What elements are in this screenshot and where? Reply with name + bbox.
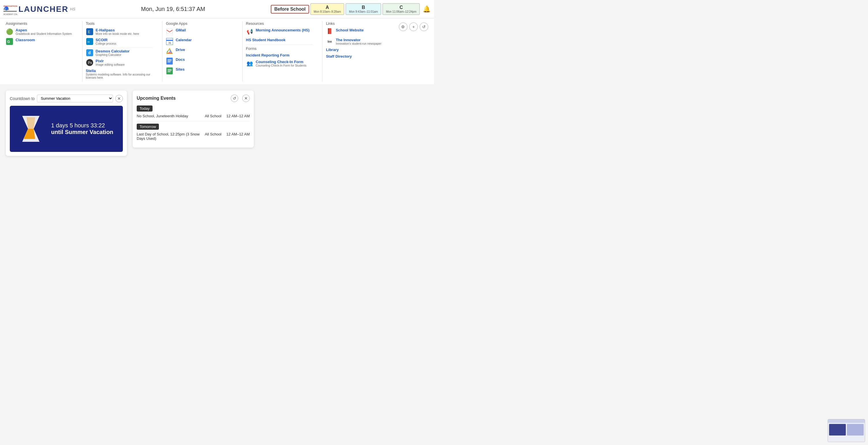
- drive-title: Drive: [176, 47, 185, 52]
- staff-directory-link[interactable]: Staff Directory: [326, 54, 393, 59]
- aspen-sub: Gradebook and Student Information System: [16, 32, 72, 35]
- sites-link[interactable]: Sites: [166, 67, 233, 75]
- countdown-dropdown[interactable]: Summer Vacation: [37, 95, 113, 102]
- pixlr-text: Pixlr Image editing software: [96, 59, 125, 66]
- svg-rect-28: [167, 61, 172, 61]
- bell-icon: 🔔: [423, 5, 431, 13]
- drive-icon: [166, 47, 173, 55]
- calendar-link[interactable]: 31 Calendar: [166, 38, 233, 45]
- aspen-icon: 🟢: [6, 28, 13, 35]
- today-event-1: No School, Juneteenth Holiday All School…: [137, 114, 250, 118]
- period-tab-a[interactable]: A Mon 8:10am–9:28am: [310, 3, 345, 15]
- stella-sub: Systems modeling software. Info for acce…: [86, 73, 153, 79]
- countdown-text: 1 days 5 hours 33:22 until Summer Vacati…: [51, 122, 113, 135]
- divider-1: [82, 21, 83, 82]
- incident-text: Incident Reporting Form: [246, 53, 289, 57]
- svg-rect-33: [167, 71, 170, 72]
- settings-icon: ⚙: [401, 25, 405, 29]
- period-c-time: Mon 11:06am–12:24pm: [386, 10, 416, 13]
- divider-3: [242, 21, 243, 82]
- svg-rect-35: [328, 28, 329, 34]
- docs-text: Docs: [176, 57, 185, 62]
- hs-handbook-link[interactable]: HS Student Handbook: [246, 38, 313, 42]
- countdown-time: 1 days 5 hours 33:22: [51, 122, 113, 129]
- innovator-icon: Ιnn: [326, 38, 333, 45]
- header: INNOVATION IACS ACADEMY CHARTER SCHOOL i…: [0, 0, 434, 19]
- sites-icon: [166, 67, 173, 75]
- svg-text:G: G: [7, 40, 10, 44]
- sites-title: Sites: [176, 67, 185, 71]
- classroom-link[interactable]: G Classroom: [6, 38, 73, 45]
- countdown-widget: Countdown to Summer Vacation ✕ 1 days 5 …: [6, 91, 127, 156]
- handbook-title: HS Student Handbook: [246, 38, 285, 42]
- staff-directory-title: Staff Directory: [326, 54, 352, 59]
- handbook-text: HS Student Handbook: [246, 38, 285, 42]
- pixlr-icon: Px: [86, 59, 93, 66]
- svg-rect-29: [167, 62, 170, 62]
- desmos-text: Desmos Calculator Graphing Calculator: [96, 49, 130, 57]
- incident-form-link[interactable]: Incident Reporting Form: [246, 53, 313, 57]
- gmail-text: GMail: [176, 28, 186, 32]
- settings-button[interactable]: ⚙: [399, 23, 407, 31]
- innovator-link[interactable]: Ιnn The Innovator Innovation's student-r…: [326, 38, 393, 45]
- school-website-link[interactable]: School Website: [326, 28, 393, 35]
- period-tab-b[interactable]: B Mon 9:43am–11:01am: [345, 3, 381, 15]
- refresh-button[interactable]: ↺: [420, 23, 428, 31]
- school-website-title: School Website: [336, 28, 364, 32]
- events-refresh-icon: ↺: [233, 96, 236, 101]
- announcements-title: Morning Announcements (HS): [256, 28, 310, 32]
- drive-text: Drive: [176, 47, 185, 52]
- drive-link[interactable]: Drive: [166, 47, 233, 55]
- desmos-link[interactable]: d Desmos Calculator Graphing Calculator: [86, 49, 153, 57]
- today-event-1-name: No School, Juneteenth Holiday: [137, 114, 203, 118]
- counseling-form-link[interactable]: 👥 Counseling Check-In Form Counseling Ch…: [246, 60, 313, 67]
- innovator-text: The Innovator Innovation's student-run n…: [336, 38, 381, 45]
- events-title: Upcoming Events: [137, 96, 231, 101]
- main-content: Countdown to Summer Vacation ✕ 1 days 5 …: [0, 85, 434, 162]
- library-title: Library: [326, 47, 339, 52]
- period-b-time: Mon 9:43am–11:01am: [349, 10, 378, 13]
- period-tab-c[interactable]: C Mon 11:06am–12:24pm: [382, 3, 420, 15]
- svg-rect-31: [167, 69, 172, 70]
- divider-2: [162, 21, 162, 82]
- events-refresh-button[interactable]: ↺: [231, 95, 238, 102]
- ehallpass-text: E-Hallpass More info on kiosk mode etc. …: [96, 28, 139, 35]
- aspen-link[interactable]: 🟢 Aspen Gradebook and Student Informatio…: [6, 28, 73, 35]
- desmos-title: Desmos Calculator: [96, 49, 130, 53]
- period-tab-before-school[interactable]: Before School: [271, 5, 309, 13]
- tomorrow-event-1-time: 12 AM–12 AM: [224, 132, 250, 136]
- docs-link[interactable]: Docs: [166, 57, 233, 65]
- ehallpass-icon: E: [86, 28, 93, 35]
- morning-announcements-link[interactable]: 📢 Morning Announcements (HS): [246, 28, 313, 35]
- svg-text:E: E: [88, 30, 90, 34]
- svg-rect-32: [167, 70, 172, 71]
- countdown-label: Countdown to: [10, 96, 35, 101]
- pixlr-link[interactable]: Px Pixlr Image editing software: [86, 59, 153, 66]
- tools-title: Tools: [86, 21, 153, 26]
- gmail-link[interactable]: GMail: [166, 28, 233, 35]
- close-icon: ✕: [117, 96, 121, 101]
- library-link[interactable]: Library: [326, 47, 393, 52]
- innovator-title: The Innovator: [336, 38, 381, 42]
- events-header: Upcoming Events ↺ ✕: [137, 95, 250, 102]
- countdown-close-button[interactable]: ✕: [115, 95, 123, 102]
- tomorrow-event-1-name: Last Day of School, 12:25pm (3 Snow Days…: [137, 132, 203, 141]
- divider-4: [322, 21, 322, 82]
- svg-text:∞: ∞: [87, 40, 90, 44]
- clock-display: Mon, Jun 19, 6:51:37 AM: [75, 6, 271, 12]
- ehallpass-link[interactable]: E E-Hallpass More info on kiosk mode etc…: [86, 28, 153, 35]
- svg-text:i: i: [5, 7, 6, 10]
- announcements-text: Morning Announcements (HS): [256, 28, 310, 32]
- add-button[interactable]: +: [409, 23, 418, 31]
- events-close-icon: ✕: [244, 96, 248, 101]
- counseling-icon: 👥: [246, 60, 253, 67]
- logo-icon: INNOVATION IACS ACADEMY CHARTER SCHOOL i: [3, 2, 17, 16]
- today-event-1-school: All School: [205, 114, 221, 118]
- scoir-link[interactable]: ∞ SCOIR College process: [86, 38, 153, 45]
- hs-badge: HS: [70, 7, 75, 11]
- countdown-until-text: until Summer Vacation: [51, 129, 113, 135]
- period-a-time: Mon 8:10am–9:28am: [314, 10, 341, 13]
- stella-link[interactable]: Stella Systems modeling software. Info f…: [86, 69, 153, 79]
- events-close-button[interactable]: ✕: [242, 95, 250, 102]
- tomorrow-badge: Tomorrow: [137, 124, 159, 130]
